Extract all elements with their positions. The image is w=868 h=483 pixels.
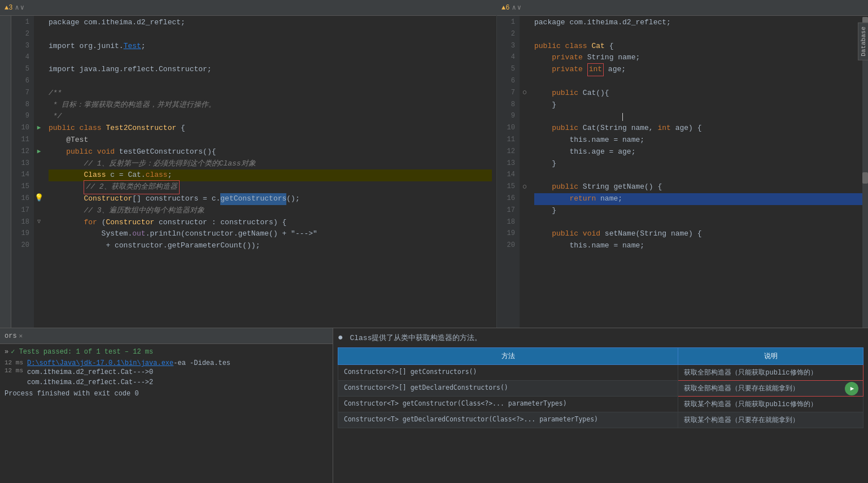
code-line-5-right: private int age; bbox=[534, 64, 863, 76]
code-line-18-right bbox=[534, 217, 863, 229]
int-keyword: int bbox=[587, 63, 604, 76]
scrollbar-right[interactable] bbox=[862, 17, 868, 328]
tab-ors[interactable]: ors bbox=[5, 332, 17, 340]
line-numbers-right: 12345 678910 1112131415 1617181920 bbox=[497, 16, 520, 328]
editor-right-wrapper: 12345 678910 1112131415 1617181920 ◯ bbox=[497, 16, 868, 328]
table-row-3: Constructor<T> getConstructor(Class<?>..… bbox=[338, 397, 863, 412]
method-cell-4: Constructor<T> getDeclaredConstructor(Cl… bbox=[338, 412, 678, 428]
output-line-2: com.itheima.d2_reflect.Cat--->2 bbox=[27, 378, 153, 386]
database-tab[interactable]: Database bbox=[858, 23, 868, 60]
gutter-markers-right: ◯ ◯ bbox=[520, 16, 530, 328]
line-numbers-left: 12345 678910 1112131415 1617181920 bbox=[11, 16, 34, 328]
code-line-4-left bbox=[49, 52, 492, 64]
output-line-1: com.itheima.d2_reflect.Cat--->0 bbox=[27, 368, 153, 376]
code-line-14-left: Class c = Cat.class; bbox=[49, 169, 492, 181]
output-row-5: Process finished with exit code 0 bbox=[5, 390, 328, 398]
code-line-3-left: import org.junit.Test; bbox=[49, 41, 492, 53]
editor-left-header: ▲3 ∧ ∨ bbox=[0, 0, 496, 16]
play-button[interactable]: ▶ bbox=[845, 382, 858, 395]
code-line-9-right bbox=[534, 111, 863, 123]
tab-close[interactable]: ✕ bbox=[19, 332, 23, 340]
green-run-icon-12[interactable]: ▶ bbox=[37, 147, 41, 155]
code-line-2-left bbox=[49, 29, 492, 41]
bullet-icon: ● bbox=[338, 333, 343, 343]
code-line-4-right: private String name; bbox=[534, 52, 863, 64]
code-line-19-right: public void setName(String name) { bbox=[534, 228, 863, 240]
timing-2: 12 ms bbox=[5, 367, 27, 377]
code-line-3-right: public class Cat { bbox=[534, 41, 863, 53]
code-line-10-right: public Cat(String name, int age) { bbox=[534, 123, 863, 134]
code-line-14-right bbox=[534, 169, 863, 181]
code-line-13-left: // 1、反射第一步：必须先得到这个类的Class对象 bbox=[49, 158, 492, 170]
selected-method: getConstructors bbox=[220, 193, 286, 205]
code-line-17-right: } bbox=[534, 205, 863, 217]
nav-up-right[interactable]: ∧ bbox=[512, 3, 516, 12]
bullet-text: ● Class提供了从类中获取构造器的方法。 bbox=[338, 333, 863, 343]
table-header-desc: 说明 bbox=[678, 348, 863, 365]
code-content-left: package com.itheima.d2_reflect; import o… bbox=[44, 16, 496, 328]
redbox-comment: // 2、获取类的全部构造器 bbox=[84, 180, 179, 194]
table-row-1: Constructor<?>[] getConstructors() 获取全部构… bbox=[338, 365, 863, 381]
scroll-thumb-right2[interactable] bbox=[862, 172, 868, 184]
code-line-8-left: * 目标：掌握获取类的构造器，并对其进行操作。 bbox=[49, 99, 492, 111]
table-row-4: Constructor<T> getDeclaredConstructor(Cl… bbox=[338, 412, 863, 428]
desc-cell-2: 获取全部构造器（只要存在就能拿到） ▶ bbox=[678, 381, 863, 397]
methods-table: 方法 说明 Constructor<?>[] getConstructors()… bbox=[338, 347, 863, 428]
gutter-markers-left: ▶ ▶ 💡 ▽ bbox=[34, 16, 44, 328]
nav-down-left[interactable]: ∨ bbox=[20, 3, 24, 12]
bottom-left-panel: ors ✕ » ✓ Tests passed: 1 of 1 test – 12… bbox=[0, 328, 333, 483]
test-result-text: ✓ Tests passed: 1 of 1 test – 12 ms bbox=[11, 347, 153, 356]
code-line-18-left: for (Constructor constructor : construct… bbox=[49, 217, 492, 229]
code-line-7-left: /** bbox=[49, 88, 492, 99]
timing-3 bbox=[5, 377, 27, 388]
nav-down-right[interactable]: ∨ bbox=[517, 3, 521, 12]
table-row-2: Constructor<?>[] getDeclaredConstructors… bbox=[338, 381, 863, 397]
test-output-content: » ✓ Tests passed: 1 of 1 test – 12 ms 12… bbox=[0, 344, 333, 483]
code-content-right: package com.itheima.d2_reflect; public c… bbox=[530, 16, 868, 328]
code-line-7-right: public Cat(){ bbox=[534, 88, 863, 99]
code-line-1-right: package com.itheima.d2_reflect; bbox=[534, 17, 863, 29]
fold-icon-18[interactable]: ▽ bbox=[37, 218, 41, 225]
java-exe-link[interactable]: D:\soft\Java\jdk-17.0.1\bin\java.exe bbox=[27, 359, 173, 367]
desc-cell-1: 获取全部构造器（只能获取public修饰的） bbox=[678, 365, 863, 381]
timing-1: 12 ms bbox=[5, 359, 27, 367]
code-line-12-right: this.age = age; bbox=[534, 146, 863, 158]
table-header-method: 方法 bbox=[338, 348, 678, 365]
code-line-10-left: public class Test2Constructor { bbox=[49, 123, 492, 134]
warning-icon-16: 💡 bbox=[34, 193, 43, 202]
desc-cell-4: 获取某个构造器（只要存在就能拿到） bbox=[678, 412, 863, 428]
expand-arrow[interactable]: » bbox=[5, 348, 8, 356]
editor-right: ▲6 ∧ ∨ 12345 678910 1112131415 161718192… bbox=[497, 0, 868, 328]
code-line-20-right: this.name = name; bbox=[534, 240, 863, 252]
nav-up-left[interactable]: ∧ bbox=[15, 3, 19, 12]
cursor bbox=[622, 113, 623, 121]
code-line-16-left: Constructor[] constructors = c.getConstr… bbox=[49, 193, 492, 205]
java-args: -ea -Didea.tes bbox=[173, 359, 230, 367]
code-line-11-right: this.name = name; bbox=[534, 134, 863, 146]
code-line-16-right: return name; bbox=[534, 193, 863, 205]
main-area: ▲3 ∧ ∨ 12345 678910 1112131415 161718192… bbox=[0, 0, 868, 328]
code-line-8-right: } bbox=[534, 99, 863, 111]
code-line-2-right bbox=[534, 29, 863, 41]
method-cell-1: Constructor<?>[] getConstructors() bbox=[338, 365, 678, 381]
test-link[interactable]: Test bbox=[124, 41, 141, 53]
warning-badge-left: ▲3 bbox=[5, 4, 12, 12]
green-run-icon-10[interactable]: ▶ bbox=[37, 124, 41, 131]
code-line-13-right: } bbox=[534, 158, 863, 170]
code-line-19-left: System.out.println(constructor.getName()… bbox=[49, 228, 492, 240]
warning-badge-right: ▲6 bbox=[501, 4, 509, 12]
output-row-2: 12 ms com.itheima.d2_reflect.Cat--->0 bbox=[5, 367, 328, 377]
circle-marker-15: ◯ bbox=[523, 183, 526, 190]
process-finished: Process finished with exit code 0 bbox=[5, 390, 139, 398]
code-line-15-right: public String getName() { bbox=[534, 181, 863, 193]
editor-right-header: ▲6 ∧ ∨ bbox=[497, 0, 868, 16]
editor-left: ▲3 ∧ ∨ 12345 678910 1112131415 161718192… bbox=[0, 0, 497, 328]
play-icon: ▶ bbox=[850, 385, 854, 392]
bottom-right-panel: ● Class提供了从类中获取构造器的方法。 方法 说明 Constructor… bbox=[333, 328, 868, 483]
code-line-20-left: + constructor.getParameterCount()); bbox=[49, 240, 492, 252]
code-line-17-left: // 3、遍历数组中的每个构造器对象 bbox=[49, 205, 492, 217]
output-row-3: com.itheima.d2_reflect.Cat--->2 bbox=[5, 377, 328, 388]
code-line-12-left: public void testGetConstructors(){ bbox=[49, 146, 492, 158]
code-line-1-left: package com.itheima.d2_reflect; bbox=[49, 17, 492, 29]
bottom-tab-bar: ors ✕ bbox=[0, 328, 333, 344]
